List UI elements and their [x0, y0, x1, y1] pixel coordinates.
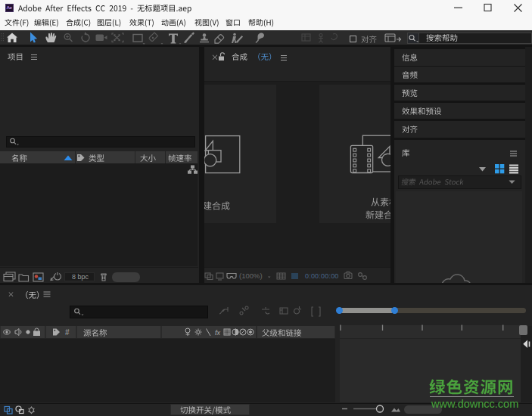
svg-text:fx: fx	[215, 329, 221, 337]
